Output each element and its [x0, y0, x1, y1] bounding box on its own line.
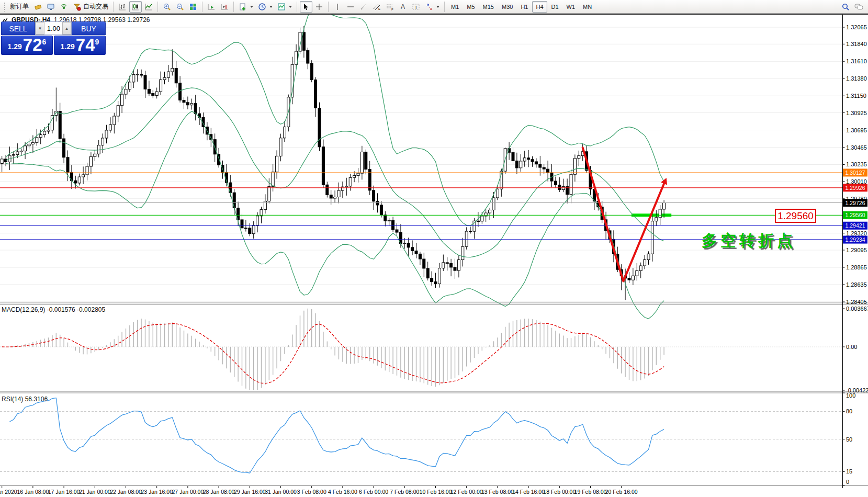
search-icon[interactable] [839, 1, 852, 13]
svg-text:1.30695: 1.30695 [846, 127, 867, 133]
svg-text:1.30465: 1.30465 [846, 144, 867, 151]
svg-text:1.30925: 1.30925 [846, 110, 867, 116]
toolbar-separator [444, 2, 445, 12]
rsi-indicator-label: RSI(14) 56.3106 [2, 396, 48, 403]
svg-text:7 Feb 08:00: 7 Feb 08:00 [390, 489, 419, 495]
fibonacci-tool-button[interactable]: F [384, 1, 396, 13]
chevron-down-icon [436, 6, 439, 8]
ohlc-bars-chart-button[interactable] [116, 1, 129, 13]
timeframe-group: M1M5M15M30H1H4D1W1MN [447, 1, 595, 13]
buy-button[interactable]: BUY [72, 21, 106, 35]
chart-shift-button[interactable] [218, 1, 231, 13]
signals-icon[interactable] [58, 1, 70, 13]
svg-text:1.30127: 1.30127 [846, 170, 865, 176]
text-tool-button[interactable]: A [397, 1, 409, 13]
svg-text:6 Feb 00:00: 6 Feb 00:00 [359, 489, 388, 495]
timeframe-mn-button[interactable]: MN [579, 1, 595, 13]
svg-text:12 Feb 00:00: 12 Feb 00:00 [450, 489, 483, 495]
timeframe-m5-button[interactable]: M5 [463, 1, 478, 13]
price-chart[interactable]: 1.320651.318401.316101.313801.311501.309… [0, 15, 868, 497]
svg-text:21 Jan 00:00: 21 Jan 00:00 [79, 489, 111, 495]
support-price-box[interactable]: 1.29560 [775, 209, 816, 223]
vertical-line-tool-button[interactable] [331, 1, 344, 13]
candlestick-chart-button[interactable] [129, 1, 142, 13]
svg-text:1.29095: 1.29095 [846, 247, 867, 253]
timeframe-h1-button[interactable]: H1 [517, 1, 532, 13]
timeframe-m30-button[interactable]: M30 [498, 1, 516, 13]
svg-text:50: 50 [846, 436, 852, 443]
sell-price-sup: 6 [42, 38, 47, 46]
svg-text:80: 80 [846, 408, 852, 414]
timeframe-m15-button[interactable]: M15 [479, 1, 498, 13]
chat-icon[interactable] [852, 1, 866, 13]
volume-stepper: ▾ 1.00 ▴ [35, 21, 72, 35]
trendline-tool-button[interactable] [357, 1, 370, 13]
auto-trading-label: 自动交易 [83, 2, 108, 11]
timeframe-w1-button[interactable]: W1 [563, 1, 579, 13]
new-chart-button[interactable] [236, 1, 255, 13]
svg-text:1.28865: 1.28865 [846, 264, 867, 270]
sell-price-big: 72 [23, 37, 42, 53]
sell-price-box[interactable]: 1.29 72 6 [1, 36, 53, 55]
crosshair-tool-button[interactable] [313, 1, 325, 13]
svg-text:1.28405: 1.28405 [846, 299, 867, 305]
timeframe-m1-button[interactable]: M1 [447, 1, 463, 13]
indicators-button[interactable] [275, 1, 294, 13]
buy-price-box[interactable]: 1.29 74 9 [54, 36, 106, 55]
text-label-tool-button[interactable]: T [410, 1, 422, 13]
auto-scroll-button[interactable] [205, 1, 218, 13]
period-button[interactable] [256, 1, 275, 13]
svg-text:1.29320: 1.29320 [846, 230, 867, 236]
toolbar-separator [202, 2, 202, 12]
svg-text:F: F [391, 8, 393, 11]
toolbar-separator [113, 2, 114, 12]
svg-text:17 Jan 16:00: 17 Jan 16:00 [48, 489, 80, 495]
new-order-button[interactable]: 新订单 [8, 1, 31, 13]
svg-text:E: E [378, 7, 380, 10]
mt4-window: 新订单 自动交易 [0, 0, 868, 497]
svg-text:28 Jan 08:00: 28 Jan 08:00 [203, 489, 235, 495]
chart-window[interactable]: 1.320651.318401.316101.313801.311501.309… [0, 15, 868, 497]
buy-price-prefix: 1.29 [61, 42, 75, 51]
svg-text:15 Jan 2020: 15 Jan 2020 [0, 489, 17, 495]
zoom-in-button[interactable] [161, 1, 173, 13]
auto-trading-button[interactable]: 自动交易 [71, 1, 110, 13]
turning-point-note: 多空转折点 [702, 230, 796, 252]
svg-text:100: 100 [846, 392, 855, 399]
volume-increase-button[interactable]: ▴ [62, 22, 71, 35]
timeframe-h4-button[interactable]: H4 [532, 1, 547, 13]
arrows-tool-button[interactable] [423, 1, 442, 13]
svg-text:1.31610: 1.31610 [846, 58, 867, 64]
svg-text:3 Feb 08:00: 3 Feb 08:00 [297, 489, 326, 495]
horizontal-line-tool-button[interactable] [344, 1, 357, 13]
svg-text:29 Jan 16:00: 29 Jan 16:00 [234, 489, 266, 495]
timeframe-d1-button[interactable]: D1 [548, 1, 562, 13]
toolbar-grip[interactable] [4, 2, 6, 12]
chevron-down-icon [250, 6, 253, 8]
toolbar-separator [297, 2, 297, 12]
volume-decrease-button[interactable]: ▾ [36, 22, 44, 35]
svg-text:1.31150: 1.31150 [846, 93, 866, 99]
svg-text:A: A [401, 3, 405, 10]
equidistant-channel-tool-button[interactable]: E [370, 1, 383, 13]
svg-text:1.28635: 1.28635 [846, 281, 867, 288]
toolbar-separator [328, 2, 329, 12]
window-divider [0, 14, 868, 15]
line-chart-button[interactable] [142, 1, 155, 13]
svg-text:23 Jan 16:00: 23 Jan 16:00 [141, 489, 173, 495]
sell-button[interactable]: SELL [1, 21, 35, 35]
cursor-tool-button[interactable] [300, 1, 312, 13]
terminal-icon[interactable] [44, 1, 57, 13]
history-center-icon[interactable] [31, 1, 44, 13]
svg-text:18 Feb 00:00: 18 Feb 00:00 [543, 489, 576, 495]
zoom-out-button[interactable] [174, 1, 186, 13]
svg-text:20 Feb 16:00: 20 Feb 16:00 [605, 489, 638, 495]
chevron-down-icon [269, 6, 273, 8]
svg-text:19 Feb 08:00: 19 Feb 08:00 [574, 489, 607, 495]
svg-text:15: 15 [846, 468, 852, 475]
svg-text:T: T [415, 4, 418, 9]
toolbar-separator [233, 2, 234, 12]
tile-windows-button[interactable] [187, 1, 199, 13]
volume-value[interactable]: 1.00 [44, 22, 62, 35]
svg-text:0: 0 [846, 479, 849, 485]
